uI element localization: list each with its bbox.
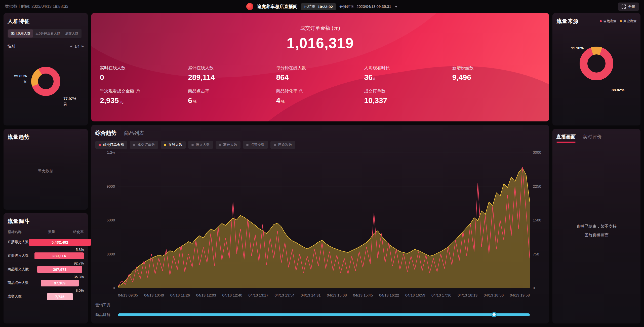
paid-slice-label: 11.18% <box>571 45 584 51</box>
funnel-panel: 流量漏斗 指标名称 数量 转化率 直播曝光人数 5,432,492 5.3% 直… <box>4 213 88 323</box>
product-explain-row: 商品讲解 <box>95 310 545 319</box>
start-time: 开播时间: 2023/04/13 09:35:31 <box>339 4 391 9</box>
hero-card: 成交订单金额 (元) 1,016,319 实时在线人数 0 累计在线人数 289… <box>91 13 549 121</box>
gender-donut-wrap: 22.03% 女 77.97% 男 <box>8 49 84 109</box>
left-tick: 3000 <box>107 252 115 256</box>
legend-paid-traffic[interactable]: 商业流量 <box>620 19 636 23</box>
right-tick: 2250 <box>533 184 541 188</box>
right-tick: 1500 <box>533 218 541 222</box>
pager-next-icon[interactable]: ▶ <box>82 45 84 48</box>
axis-baseline <box>118 288 530 288</box>
x-axis-labels: 04/13 09:3504/13 10:4904/13 11:2604/13 1… <box>118 293 530 297</box>
traffic-source-title: 流量来源 <box>556 18 579 25</box>
right-column: 流量来源 自然流量 商业流量 11.18% 88.82% <box>552 13 640 323</box>
metric-gmv-per-1k-views: 千次观看成交金额 2,935元 <box>100 88 188 105</box>
tab-product-list[interactable]: 商品列表 <box>124 130 144 137</box>
tab-overall-trend[interactable]: 综合趋势 <box>95 129 116 137</box>
online-users-area <box>118 168 530 288</box>
organic-slice-label: 88.82% <box>612 87 624 93</box>
trend-plot[interactable]: 1.2w 9000 6000 3000 0 3000 2250 1500 750… <box>118 152 530 288</box>
legend-enter-users[interactable]: 进入人数 <box>188 141 213 149</box>
traffic-source-legend: 自然流量 商业流量 <box>600 19 636 23</box>
funnel-connector <box>69 274 69 278</box>
funnel-rate: 5.3% <box>76 248 84 252</box>
funnel-rate: 36.3% <box>74 275 84 279</box>
room-avatar-icon <box>246 3 253 10</box>
funnel-bar: 5,432,492 <box>29 239 91 246</box>
fullscreen-label: 全屏 <box>628 4 635 9</box>
metric-order-count: 成交订单数 10,337 <box>364 88 452 105</box>
trend-chart-area: 1.2w 9000 6000 3000 0 3000 2250 1500 750… <box>95 149 545 300</box>
traffic-trend-panel: 流量趋势 暂无数据 <box>4 129 88 210</box>
status-label: 已结束 <box>304 4 315 9</box>
trend-panel: 综合趋势 商品列表 成交订单金额 成交订单数 在线人数 进入人数 离开人数 点赞… <box>91 125 549 323</box>
marketing-tools-timeline <box>118 305 530 305</box>
left-tick: 9000 <box>107 184 115 188</box>
funnel-connector <box>69 246 69 251</box>
metric-avg-watch-time: 人均观看时长 36s <box>364 65 452 82</box>
live-ended-message: 直播已结束，暂不支持 回放直播画面 <box>556 143 636 319</box>
tab-realtime-comments[interactable]: 实时评价 <box>583 134 602 143</box>
funnel-title: 流量漏斗 <box>8 218 84 225</box>
dimension-row: 性别 ◀ 1/4 ▶ <box>8 44 84 49</box>
legend-organic-traffic[interactable]: 自然流量 <box>600 19 616 23</box>
audience-panel: 人群特征 累计观看人群 近5分钟观看人群 成交人群 性别 ◀ 1/4 ▶ <box>4 13 88 125</box>
room-header[interactable]: 途虎养车总店直播间 已结束 10:23:02 开播时间: 2023/04/13 … <box>246 3 398 10</box>
metric-new-followers: 新增粉丝数 9,496 <box>452 65 540 82</box>
tab-live-view[interactable]: 直播画面 <box>556 134 576 143</box>
fullscreen-icon <box>622 5 626 9</box>
marketing-tools-label: 营销工具 <box>95 303 118 308</box>
male-slice-label: 77.97% 男 <box>63 96 76 107</box>
legend-dot <box>274 144 276 146</box>
metric-per-minute-online: 每分钟在线人数 864 <box>276 65 364 82</box>
metric-product-ctr: 商品点击率 6% <box>188 88 276 105</box>
legend-order-amount[interactable]: 成交订单金额 <box>95 141 127 149</box>
trend-chart[interactable] <box>118 152 530 288</box>
tab-purchasers[interactable]: 成交人群 <box>63 29 81 38</box>
empty-state-text: 暂无数据 <box>38 169 53 173</box>
funnel-connector <box>69 260 69 265</box>
info-icon[interactable] <box>136 89 140 93</box>
timeline-marker-handle[interactable] <box>491 312 497 317</box>
content: 人群特征 累计观看人群 近5分钟观看人群 成交人群 性别 ◀ 1/4 ▶ <box>0 13 644 327</box>
gmv-title: 成交订单金额 (元) <box>100 25 540 31</box>
room-name: 途虎养车总店直播间 <box>257 4 298 10</box>
left-tick: 1.2w <box>107 150 115 154</box>
legend-dot <box>246 144 249 146</box>
chart-legend: 成交订单金额 成交订单数 在线人数 进入人数 离开人数 点赞次数 评论次数 <box>95 141 545 149</box>
traffic-source-donut-chart[interactable] <box>580 47 613 80</box>
funnel-row-purchase: 成交人数 7,745 <box>8 293 84 300</box>
right-tick: 750 <box>533 252 539 256</box>
chevron-down-icon[interactable] <box>395 6 398 8</box>
pager-prev-icon[interactable]: ◀ <box>70 45 72 48</box>
topbar: 数据截止时间: 2023/04/13 19:58:33 途虎养车总店直播间 已结… <box>0 0 644 13</box>
info-icon[interactable] <box>299 89 303 93</box>
legend-like-count[interactable]: 点赞次数 <box>243 141 268 149</box>
product-explain-timeline[interactable] <box>118 313 530 316</box>
live-view-tabs: 直播画面 实时评价 <box>556 134 636 143</box>
product-explain-label: 商品讲解 <box>95 312 118 317</box>
funnel-bar: 97,189 <box>41 280 79 286</box>
trend-tabs: 综合趋势 商品列表 <box>95 129 545 137</box>
legend-dot <box>219 144 221 146</box>
funnel-row-exposure: 直播曝光人数 5,432,492 5.3% <box>8 238 84 246</box>
dashboard-page: 数据截止时间: 2023/04/13 19:58:33 途虎养车总店直播间 已结… <box>0 0 644 327</box>
source-donut-wrap: 11.18% 88.82% <box>556 25 636 105</box>
legend-order-count[interactable]: 成交订单数 <box>130 141 158 149</box>
legend-dot <box>600 20 602 22</box>
status-badge: 已结束 10:23:02 <box>301 3 336 10</box>
tab-last-5min-viewers[interactable]: 近5分钟观看人群 <box>33 29 63 38</box>
fullscreen-button[interactable]: 全屏 <box>618 3 639 11</box>
dimension-pager: ◀ 1/4 ▶ <box>70 44 84 48</box>
funnel-rate: 92.7% <box>74 261 84 265</box>
legend-dot <box>99 144 101 146</box>
live-duration: 10:23:02 <box>318 5 333 9</box>
funnel-row-product-exposure: 商品曝光人数 267,973 36.3% <box>8 266 84 273</box>
gender-donut-chart[interactable] <box>31 67 60 96</box>
legend-online-users[interactable]: 在线人数 <box>161 141 186 149</box>
legend-leave-users[interactable]: 离开人数 <box>216 141 240 149</box>
legend-comment-count[interactable]: 评论次数 <box>270 141 295 149</box>
hero-metrics-grid: 实时在线人数 0 累计在线人数 289,114 每分钟在线人数 864 人均 <box>100 65 540 105</box>
tab-cumulative-viewers[interactable]: 累计观看人群 <box>8 29 33 38</box>
left-column: 人群特征 累计观看人群 近5分钟观看人群 成交人群 性别 ◀ 1/4 ▶ <box>4 13 88 323</box>
